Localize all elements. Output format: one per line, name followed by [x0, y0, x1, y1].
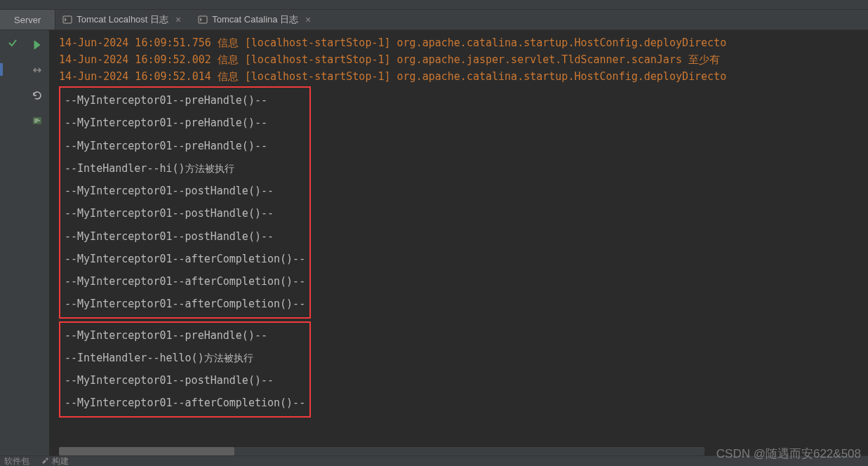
highlight-box-2: --MyInterceptor01--preHandle()----InteHa…: [59, 321, 311, 418]
terminal-icon: [198, 15, 208, 25]
log-line: 14-Jun-2024 16:09:52.002 信息 [localhost-s…: [59, 51, 858, 68]
horizontal-scrollbar[interactable]: [59, 447, 705, 455]
svg-rect-0: [63, 16, 72, 23]
refresh-icon[interactable]: [29, 88, 45, 103]
output-line: --MyInterceptor01--afterCompletion()--: [65, 270, 305, 293]
log-line: 14-Jun-2024 16:09:51.756 信息 [localhost-s…: [59, 34, 858, 51]
left-accent-marker: [0, 63, 3, 76]
gutter-left: [0, 30, 25, 455]
tab-catalina[interactable]: Tomcat Catalina 日志 ×: [191, 10, 321, 29]
terminal-icon: [62, 15, 72, 25]
status-bar: 软件包 构建: [0, 455, 868, 466]
output-line: --InteHandler--hi()方法被执行: [65, 157, 305, 180]
tab-localhost[interactable]: Tomcat Localhost 日志 ×: [55, 10, 191, 29]
tab-localhost-label: Tomcat Localhost 日志: [76, 13, 168, 26]
output-line: --MyInterceptor01--afterCompletion()--: [65, 248, 305, 270]
hammer-icon: [41, 457, 49, 465]
output-line: --MyInterceptor01--preHandle()--: [65, 135, 305, 157]
connect-icon[interactable]: [29, 62, 45, 78]
check-icon: [7, 37, 18, 48]
tabs-row: Server Tomcat Localhost 日志 × Tomcat Cata…: [0, 10, 868, 30]
tab-catalina-label: Tomcat Catalina 日志: [212, 13, 298, 26]
tab-server-label: Server: [14, 15, 41, 25]
output-line: --InteHandler--hello()方法被执行: [65, 347, 305, 369]
tab-server[interactable]: Server: [0, 10, 55, 29]
output-line: --MyInterceptor01--preHandle()--: [65, 112, 305, 134]
output-line: --MyInterceptor01--postHandle()--: [65, 225, 305, 248]
svg-rect-1: [199, 16, 207, 23]
output-line: --MyInterceptor01--afterCompletion()--: [65, 293, 305, 315]
output-line: --MyInterceptor01--preHandle()--: [65, 324, 305, 347]
scrollbar-thumb[interactable]: [59, 447, 234, 455]
highlight-box-1: --MyInterceptor01--preHandle()----MyInte…: [59, 86, 311, 319]
close-icon[interactable]: ×: [302, 14, 314, 25]
log-line: 14-Jun-2024 16:09:52.014 信息 [localhost-s…: [59, 68, 858, 85]
console-output: 14-Jun-2024 16:09:51.756 信息 [localhost-s…: [49, 30, 868, 455]
packages-button[interactable]: 软件包: [4, 455, 29, 467]
rerun-icon[interactable]: [29, 37, 45, 53]
output-line: --MyInterceptor01--postHandle()--: [65, 202, 305, 225]
output-line: --MyInterceptor01--afterCompletion()--: [65, 392, 305, 414]
output-line: --MyInterceptor01--postHandle()--: [65, 369, 305, 392]
output-line: --MyInterceptor01--preHandle()--: [65, 89, 305, 112]
soft-wrap-icon[interactable]: [29, 113, 45, 128]
output-line: --MyInterceptor01--postHandle()--: [65, 180, 305, 202]
close-icon[interactable]: ×: [173, 14, 184, 25]
toolbar-vertical: [25, 30, 49, 455]
build-button[interactable]: 构建: [41, 455, 69, 467]
